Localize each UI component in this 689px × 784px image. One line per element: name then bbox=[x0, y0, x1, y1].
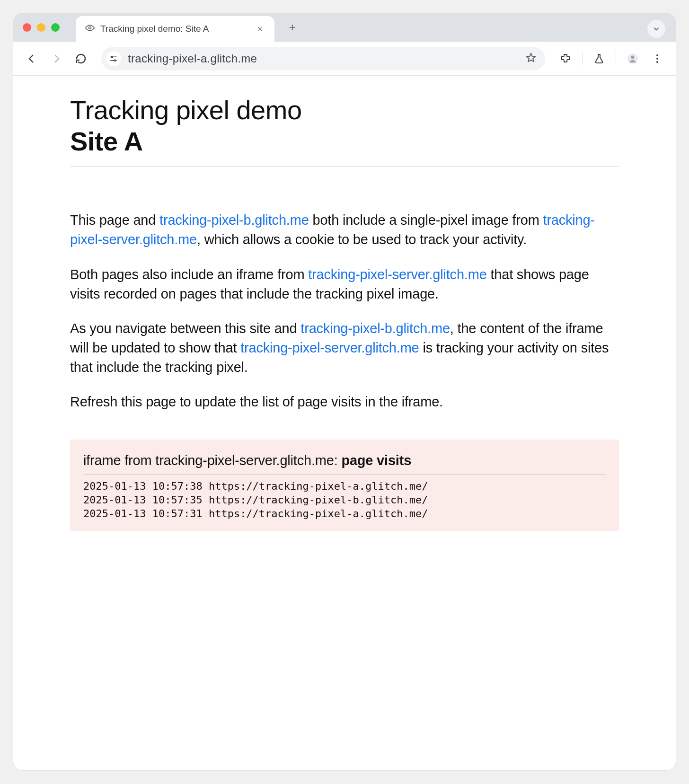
link-pixel-server[interactable]: tracking-pixel-server.glitch.me bbox=[240, 340, 419, 355]
profile-button[interactable] bbox=[625, 51, 641, 67]
bookmark-button[interactable] bbox=[525, 52, 537, 65]
paragraph-4: Refresh this page to update the list of … bbox=[70, 392, 619, 412]
visit-log-line: 2025-01-13 10:57:38 https://tracking-pix… bbox=[83, 479, 606, 493]
url-text: tracking-pixel-a.glitch.me bbox=[128, 52, 519, 65]
toolbar-divider bbox=[616, 52, 616, 65]
svg-point-0 bbox=[89, 27, 91, 29]
heading-line-2: Site A bbox=[70, 126, 619, 157]
eye-icon bbox=[85, 23, 95, 35]
paragraph-2: Both pages also include an iframe from t… bbox=[70, 265, 619, 304]
minimize-window-button[interactable] bbox=[37, 23, 45, 32]
visit-log-line: 2025-01-13 10:57:35 https://tracking-pix… bbox=[83, 493, 606, 507]
close-tab-button[interactable] bbox=[254, 23, 266, 35]
back-button[interactable] bbox=[24, 51, 40, 67]
kebab-menu-button[interactable] bbox=[649, 51, 665, 67]
iframe-heading: iframe from tracking-pixel-server.glitch… bbox=[83, 453, 606, 475]
window-controls bbox=[23, 23, 60, 32]
svg-point-7 bbox=[656, 61, 658, 63]
page-content: Tracking pixel demo Site A This page and… bbox=[13, 76, 676, 770]
site-settings-button[interactable] bbox=[106, 51, 121, 66]
link-site-b[interactable]: tracking-pixel-b.glitch.me bbox=[159, 212, 309, 228]
address-bar[interactable]: tracking-pixel-a.glitch.me bbox=[101, 47, 545, 70]
reload-button[interactable] bbox=[73, 51, 89, 67]
svg-point-5 bbox=[656, 54, 658, 56]
tab-strip: Tracking pixel demo: Site A bbox=[13, 13, 676, 42]
iframe-panel: iframe from tracking-pixel-server.glitch… bbox=[70, 440, 619, 531]
paragraph-3: As you navigate between this site and tr… bbox=[70, 319, 619, 378]
labs-button[interactable] bbox=[591, 51, 607, 67]
link-site-b[interactable]: tracking-pixel-b.glitch.me bbox=[300, 321, 450, 336]
visit-log-line: 2025-01-13 10:57:31 https://tracking-pix… bbox=[83, 507, 606, 520]
visit-log: 2025-01-13 10:57:38 https://tracking-pix… bbox=[83, 479, 606, 520]
new-tab-button[interactable] bbox=[283, 18, 302, 37]
heading-rule bbox=[70, 167, 619, 167]
extensions-button[interactable] bbox=[557, 51, 574, 67]
page-heading: Tracking pixel demo Site A bbox=[70, 95, 619, 157]
close-window-button[interactable] bbox=[23, 23, 31, 32]
link-pixel-server[interactable]: tracking-pixel-server.glitch.me bbox=[308, 267, 486, 282]
toolbar-divider bbox=[582, 52, 583, 65]
svg-point-2 bbox=[115, 60, 116, 61]
browser-tab-active[interactable]: Tracking pixel demo: Site A bbox=[76, 16, 274, 42]
body-text: This page and tracking-pixel-b.glitch.me… bbox=[70, 211, 619, 412]
forward-button[interactable] bbox=[48, 51, 64, 67]
browser-toolbar: tracking-pixel-a.glitch.me bbox=[13, 42, 676, 76]
tab-title: Tracking pixel demo: Site A bbox=[100, 24, 248, 34]
svg-point-6 bbox=[656, 58, 658, 60]
svg-point-1 bbox=[112, 56, 113, 57]
maximize-window-button[interactable] bbox=[51, 23, 60, 32]
svg-point-4 bbox=[631, 55, 635, 59]
heading-line-1: Tracking pixel demo bbox=[70, 95, 302, 125]
browser-window: Tracking pixel demo: Site A bbox=[13, 13, 676, 770]
tabs-list-button[interactable] bbox=[647, 20, 665, 38]
paragraph-1: This page and tracking-pixel-b.glitch.me… bbox=[70, 211, 619, 249]
